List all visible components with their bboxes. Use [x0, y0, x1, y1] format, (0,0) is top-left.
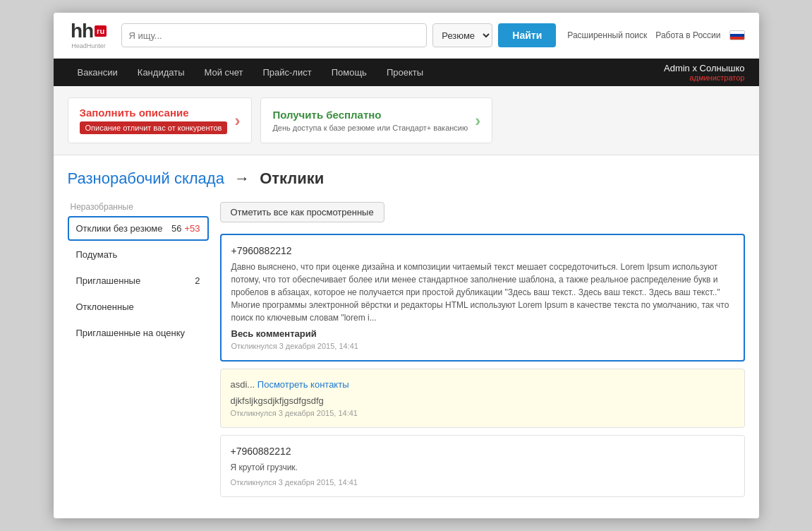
- nav-item-account[interactable]: Мой счет: [194, 60, 253, 85]
- nav: Вакансии Кандидаты Мой счет Прайс-лист П…: [54, 59, 759, 86]
- banner-text-2: Получить бесплатно День доступа к базе р…: [272, 109, 468, 132]
- banner-title-1: Заполнить описание: [80, 107, 228, 119]
- response-time-3: Откликнулся 3 декабря 2015, 14:41: [231, 478, 734, 487]
- response-phone-3: +7960882212: [231, 446, 734, 457]
- nav-item-vacancies[interactable]: Вакансии: [68, 60, 128, 85]
- work-in-russia-link[interactable]: Работа в России: [655, 30, 720, 40]
- banner-arrow-1-icon: ›: [234, 111, 240, 131]
- logo-ru: ru: [95, 25, 107, 37]
- response-time-2: Откликнулся 3 декабря 2015, 14:41: [231, 409, 734, 417]
- nav-item-projects[interactable]: Проекты: [377, 60, 433, 85]
- header-links: Расширенный поиск Работа в России: [567, 30, 744, 40]
- banner-subtitle-2: День доступа к базе резюме или Стандарт+…: [272, 124, 468, 132]
- page-title-current: Отклики: [260, 169, 324, 187]
- banner-text-1: Заполнить описание Описание отличит вас …: [80, 107, 228, 134]
- page-title: Разнорабочий склада → Отклики: [68, 169, 745, 188]
- sidebar-item-label: Приглашенные на оценку: [76, 328, 186, 338]
- response-time-1: Откликнулся 3 декабря 2015, 14:41: [231, 342, 734, 350]
- sidebar-item-invited[interactable]: Приглашенные 2: [68, 268, 209, 293]
- main-content: Разнорабочий склада → Отклики Неразобран…: [54, 155, 759, 518]
- response-username-2: djkfsljkgsdjkfjgsdfgsdfg: [231, 395, 734, 406]
- nav-item-candidates[interactable]: Кандидаты: [128, 60, 195, 85]
- logo-sub: HeadHunter: [71, 42, 106, 49]
- search-button[interactable]: Найти: [498, 23, 556, 47]
- response-card-1[interactable]: +7960882212 Давно выяснено, что при оцен…: [220, 234, 745, 362]
- banner-arrow-2-icon: ›: [475, 111, 480, 131]
- response-phone-1: +7960882212: [231, 245, 734, 256]
- banners: Заполнить описание Описание отличит вас …: [54, 86, 759, 155]
- sidebar-section-title: Неразобранные: [68, 202, 209, 212]
- banner-title-2: Получить бесплатно: [272, 109, 468, 121]
- response-text-3: Я крутой грузчик.: [231, 461, 734, 474]
- sidebar-item-no-resume[interactable]: Отклики без резюме 56 +53: [68, 216, 209, 241]
- responses-area: Отметить все как просмотренные +79608822…: [220, 202, 745, 504]
- response-text-1: Давно выяснено, что при оценке дизайна и…: [231, 261, 734, 324]
- advanced-search-link[interactable]: Расширенный поиск: [567, 30, 647, 40]
- sidebar-item-label: Отклоненные: [76, 302, 134, 312]
- sidebar-item-invited-to-assessment[interactable]: Приглашенные на оценку: [68, 321, 209, 345]
- sidebar-item-declined[interactable]: Отклоненные: [68, 294, 209, 319]
- banner-get-free[interactable]: Получить бесплатно День доступа к базе р…: [260, 97, 492, 143]
- response-detail-link-1[interactable]: Весь комментарий: [231, 328, 317, 339]
- search-bar: Резюме Найти: [121, 23, 557, 47]
- mark-all-button[interactable]: Отметить все как просмотренные: [220, 202, 384, 222]
- russia-flag-icon: [729, 30, 745, 40]
- logo: hh ru HeadHunter: [68, 21, 110, 49]
- banner-btn-1[interactable]: Описание отличит вас от конкурентов: [80, 121, 228, 134]
- response-name-prefix-2: asdi... Посмотреть контакты: [231, 379, 734, 393]
- header: hh ru HeadHunter Резюме Найти Расширенны…: [54, 13, 759, 59]
- breadcrumb-link[interactable]: Разнорабочий склада: [68, 169, 224, 187]
- search-input[interactable]: [121, 23, 428, 47]
- response-card-3[interactable]: +7960882212 Я крутой грузчик. Откликнулс…: [220, 435, 745, 497]
- response-name-anon: asdi...: [231, 379, 255, 390]
- sidebar-item-label: Приглашенные: [76, 275, 141, 286]
- count-new: +53: [184, 223, 200, 234]
- nav-item-pricelist[interactable]: Прайс-лист: [253, 60, 321, 85]
- search-type-select[interactable]: Резюме: [432, 23, 492, 47]
- sidebar-item-label: Отклики без резюме: [76, 223, 163, 234]
- nav-user: Admin x Солнышко администратор: [664, 59, 745, 86]
- sidebar: Неразобранные Отклики без резюме 56 +53 …: [68, 202, 209, 504]
- sidebar-item-label: Подумать: [76, 249, 118, 260]
- response-contact-link-2[interactable]: Посмотреть контакты: [257, 379, 349, 390]
- logo-hh: hh: [71, 21, 93, 41]
- sidebar-item-counts: 56 +53: [171, 223, 200, 234]
- invited-count: 2: [195, 275, 200, 286]
- nav-user-name: Admin x Солнышко: [664, 63, 745, 73]
- nav-left: Вакансии Кандидаты Мой счет Прайс-лист П…: [68, 60, 434, 85]
- sidebar-item-think[interactable]: Подумать: [68, 242, 209, 267]
- count-normal: 56: [171, 223, 181, 234]
- response-card-2[interactable]: asdi... Посмотреть контакты djkfsljkgsdj…: [220, 369, 745, 428]
- content-layout: Неразобранные Отклики без резюме 56 +53 …: [68, 202, 745, 504]
- banner-fill-description[interactable]: Заполнить описание Описание отличит вас …: [68, 97, 253, 143]
- nav-user-role: администратор: [689, 73, 744, 82]
- breadcrumb-arrow: →: [234, 169, 250, 187]
- nav-item-help[interactable]: Помощь: [322, 60, 377, 85]
